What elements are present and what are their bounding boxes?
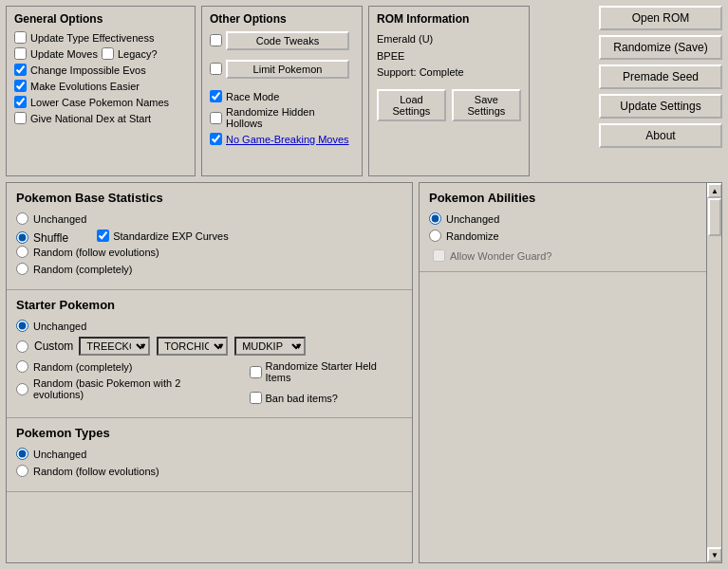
premade-seed-button[interactable]: Premade Seed [599,64,722,89]
update-type-row: Update Type Effectiveness [14,31,187,44]
abilities-randomize-row: Randomize [429,229,697,242]
starter-custom-radio[interactable] [16,340,28,353]
randomize-hollows-checkbox[interactable] [210,112,222,124]
types-unchanged-label: Unchanged [33,449,86,460]
open-rom-button[interactable]: Open ROM [599,6,722,30]
scrollbar-track: ▲ ▼ [706,183,721,562]
starter-unchanged-radio[interactable] [16,320,28,332]
update-moves-label: Update Moves [30,48,98,60]
update-settings-button[interactable]: Update Settings [599,94,722,119]
randomize-held-checkbox[interactable] [250,366,262,378]
lowercase-row: Lower Case Pokemon Names [14,96,187,108]
randomize-hollows-label: Randomize Hidden Hollows [226,106,354,129]
code-tweaks-button[interactable]: Code Tweaks [226,31,349,50]
national-dex-checkbox[interactable] [14,112,27,124]
starter-title: Starter Pokemon [16,298,402,312]
update-moves-row: Update Moves Legacy? [14,47,187,60]
starter-unchanged-label: Unchanged [33,321,86,332]
types-unchanged-radio[interactable] [16,448,28,460]
lowercase-label: Lower Case Pokemon Names [30,97,169,108]
starter-custom-row: Custom TREECKO ▼ TORCHIC ▼ MUDKIP ▼ [16,337,402,356]
rom-line3: Support: Complete [377,64,521,82]
starter-random-basic-radio[interactable] [16,383,28,395]
allow-wonder-guard-label: Allow Wonder Guard? [450,250,551,262]
scrollbar-down-arrow[interactable]: ▼ [707,547,722,562]
limit-pokemon-button[interactable]: Limit Pokemon [226,60,349,79]
base-unchanged-row: Unchanged [16,212,402,225]
load-settings-button[interactable]: Load Settings [377,89,446,121]
legacy-label: Legacy? [118,48,158,60]
abilities-unchanged-row: Unchanged [429,212,697,225]
base-shuffle-radio[interactable] [16,231,28,244]
update-moves-checkbox[interactable] [14,47,27,60]
make-evolutions-checkbox[interactable] [14,80,27,92]
base-unchanged-radio[interactable] [16,212,28,225]
general-title: General Options [14,12,187,26]
action-buttons: Open ROM Randomize (Save) Premade Seed U… [599,6,722,148]
starter-bottom-row: Random (completely) Random (basic Pokemo… [16,360,402,408]
top-section: General Options Update Type Effectivenes… [6,6,722,176]
dropdown-arrow2: ▼ [216,341,225,351]
bottom-section: Pokemon Base Statistics Unchanged Shuffl… [6,182,722,563]
ban-bad-items-checkbox[interactable] [250,392,262,404]
ban-bad-items-label: Ban bad items? [266,393,338,404]
limit-pokemon-cb[interactable] [210,63,222,75]
change-impossible-row: Change Impossible Evos [14,64,187,76]
base-follow-evolutions-radio[interactable] [16,246,28,258]
change-impossible-label: Change Impossible Evos [30,64,146,76]
standardize-exp-checkbox[interactable] [97,229,109,242]
rom-info-panel: ROM Information Emerald (U) BPEE Support… [368,6,530,176]
base-completely-label: Random (completely) [33,264,133,275]
standardize-exp-label: Standardize EXP Curves [113,230,228,242]
race-mode-label: Race Mode [226,91,279,102]
load-save-row: Load Settings Save Settings [377,89,521,121]
starter-radio-group: Random (completely) Random (basic Pokemo… [16,360,231,408]
shuffle-radio-group: Shuffle [16,231,68,245]
starter-random-completely-radio[interactable] [16,360,28,373]
randomize-held-row: Randomize Starter Held Items [250,360,402,383]
no-game-breaking-label: No Game-Breaking Moves [226,134,349,145]
scrollbar-up-arrow[interactable]: ▲ [707,183,722,198]
general-options-panel: General Options Update Type Effectivenes… [6,6,196,176]
types-follow-evolutions-radio[interactable] [16,465,28,477]
base-follow-evolutions-row: Random (follow evolutions) [16,246,402,258]
update-type-label: Update Type Effectiveness [30,32,154,44]
starter-section: Starter Pokemon Unchanged Custom TREECKO… [7,290,412,418]
rom-line2: BPEE [377,48,521,65]
base-completely-radio[interactable] [16,263,28,275]
scrollbar-thumb[interactable] [708,198,721,236]
other-title: Other Options [210,12,354,26]
national-dex-row: Give National Dex at Start [14,112,187,124]
abilities-randomize-radio[interactable] [429,229,441,242]
base-stats-section: Pokemon Base Statistics Unchanged Shuffl… [7,183,412,290]
about-button[interactable]: About [599,123,722,148]
allow-wonder-guard-checkbox[interactable] [433,249,445,262]
starter-unchanged-row: Unchanged [16,320,402,332]
abilities-randomize-label: Randomize [446,230,499,242]
national-dex-label: Give National Dex at Start [30,113,151,124]
make-evolutions-label: Make Evolutions Easier [30,81,140,92]
base-follow-evolutions-label: Random (follow evolutions) [33,247,159,258]
lowercase-checkbox[interactable] [14,96,27,108]
abilities-title: Pokemon Abilities [429,191,697,205]
other-options-panel: Other Options Code Tweaks Limit Pokemon … [201,6,363,176]
standardize-exp-row: Standardize EXP Curves [97,229,228,242]
rom-title: ROM Information [377,12,521,26]
limit-pokemon-row: Limit Pokemon [210,60,354,83]
abilities-unchanged-label: Unchanged [446,213,499,225]
allow-wonder-guard-row: Allow Wonder Guard? [433,249,697,262]
change-impossible-checkbox[interactable] [14,64,27,76]
randomize-save-button[interactable]: Randomize (Save) [599,35,722,60]
types-title: Pokemon Types [16,426,402,440]
legacy-checkbox[interactable] [102,47,114,60]
update-type-checkbox[interactable] [14,31,27,44]
main-container: General Options Update Type Effectivenes… [0,0,728,569]
race-mode-checkbox[interactable] [210,90,222,102]
abilities-unchanged-radio[interactable] [429,212,441,225]
code-tweaks-cb[interactable] [210,34,222,46]
race-mode-row: Race Mode [210,90,354,102]
save-settings-button[interactable]: Save Settings [452,89,521,121]
no-game-breaking-checkbox[interactable] [210,133,222,145]
base-shuffle-label: Shuffle [33,231,68,245]
base-completely-row: Random (completely) [16,263,402,275]
